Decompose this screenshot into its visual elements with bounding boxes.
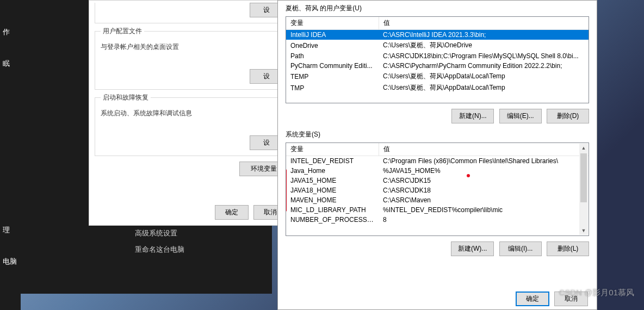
table-row[interactable]: Java_Home%JAVA15_HOME% bbox=[286, 166, 589, 176]
table-row[interactable]: OneDriveC:\Users\夏栀、荷风\OneDrive bbox=[286, 40, 589, 51]
table-row[interactable]: PathC:\ASRC\JDK18\bin;C:\Program Files\M… bbox=[286, 51, 589, 61]
table-row[interactable]: TMPC:\Users\夏栀、荷风\AppData\Local\Temp bbox=[286, 82, 589, 94]
table-row[interactable]: NUMBER_OF_PROCESSORS8 bbox=[286, 215, 589, 225]
table-row[interactable]: JAVA15_HOMEC:\ASRC\JDK15 bbox=[286, 176, 589, 185]
scrollbar[interactable]: ▲ ▼ bbox=[579, 144, 588, 235]
annotation-red-bar bbox=[286, 169, 287, 212]
sidebar-item[interactable]: 眠 bbox=[0, 48, 21, 79]
sidebar-item[interactable]: 电脑 bbox=[0, 246, 21, 277]
settings-links: 高级系统设置 重命名这台电脑 bbox=[135, 222, 184, 261]
system-properties-dialog: 设 用户配置文件 与登录帐户相关的桌面设置 设 启动和故障恢复 系统启动、系统故… bbox=[89, 0, 295, 226]
environment-variables-dialog: 夏栀、荷风 的用户变量(U) 变量 值 IntelliJ IDEAC:\ASRC… bbox=[277, 0, 597, 310]
table-row[interactable]: TEMPC:\Users\夏栀、荷风\AppData\Local\Temp bbox=[286, 71, 589, 82]
fieldset-title: 用户配置文件 bbox=[101, 27, 144, 36]
fieldset-desc: 与登录帐户相关的桌面设置 bbox=[101, 42, 283, 52]
table-row[interactable]: PyCharm Community Editi...C:\ASRC\Pychar… bbox=[286, 61, 589, 71]
annotation-red-dot bbox=[467, 174, 470, 177]
system-vars-table[interactable]: 变量 值 INTEL_DEV_REDISTC:\Program Files (x… bbox=[286, 142, 589, 236]
ok-button[interactable]: 确定 bbox=[516, 292, 549, 306]
col-value[interactable]: 值 bbox=[379, 17, 589, 30]
table-row[interactable]: MAVEN_HOMEC:\ASRC\Maven bbox=[286, 195, 589, 205]
scroll-up-icon[interactable]: ▲ bbox=[579, 144, 588, 152]
scroll-thumb[interactable] bbox=[580, 153, 587, 202]
fieldset-title: 启动和故障恢复 bbox=[101, 93, 151, 102]
new-button[interactable]: 新建(W)... bbox=[451, 241, 494, 256]
table-row[interactable]: JAVA18_HOMEC:\ASRC\JDK18 bbox=[286, 185, 589, 195]
user-vars-label: 夏栀、荷风 的用户变量(U) bbox=[286, 4, 589, 13]
new-button[interactable]: 新建(N)... bbox=[451, 109, 494, 123]
col-value[interactable]: 值 bbox=[379, 143, 589, 156]
settings-panel: 设 用户配置文件 与登录帐户相关的桌面设置 设 启动和故障恢复 系统启动、系统故… bbox=[21, 0, 272, 294]
sidebar-item[interactable]: 作 bbox=[0, 16, 21, 48]
delete-button[interactable]: 删除(D) bbox=[547, 109, 589, 123]
ok-button[interactable]: 确定 bbox=[215, 205, 249, 220]
link-rename-pc[interactable]: 重命名这台电脑 bbox=[135, 245, 184, 255]
watermark: CSDN @影月01慕风 bbox=[559, 288, 634, 298]
fieldset-desc: 系统启动、系统故障和调试信息 bbox=[101, 109, 283, 118]
settings-sidebar: 作 眠 理 电脑 bbox=[0, 0, 21, 310]
table-row[interactable]: MIC_LD_LIBRARY_PATH%INTEL_DEV_REDIST%com… bbox=[286, 205, 589, 215]
system-vars-label: 系统变量(S) bbox=[286, 130, 589, 139]
delete-button[interactable]: 删除(L) bbox=[547, 241, 589, 256]
user-vars-table[interactable]: 变量 值 IntelliJ IDEAC:\ASRC\IntelliJ IDEA … bbox=[286, 16, 589, 103]
sidebar-item[interactable]: 理 bbox=[0, 214, 21, 246]
edit-button[interactable]: 编辑(E)... bbox=[499, 109, 542, 123]
col-variable[interactable]: 变量 bbox=[286, 17, 379, 30]
scroll-down-icon[interactable]: ▼ bbox=[579, 226, 588, 235]
edit-button[interactable]: 编辑(I)... bbox=[499, 241, 542, 256]
link-advanced-system[interactable]: 高级系统设置 bbox=[135, 228, 184, 238]
col-variable[interactable]: 变量 bbox=[286, 143, 379, 156]
table-row[interactable]: IntelliJ IDEAC:\ASRC\IntelliJ IDEA 2021.… bbox=[286, 30, 589, 40]
table-row[interactable]: INTEL_DEV_REDISTC:\Program Files (x86)\C… bbox=[286, 156, 589, 166]
